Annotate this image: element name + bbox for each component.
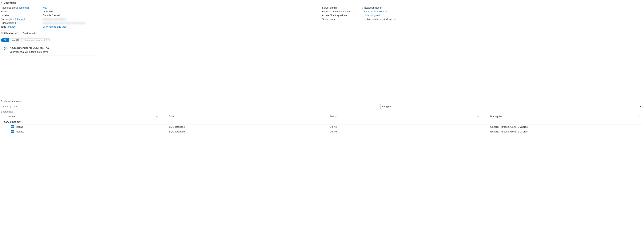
notification-card[interactable]: Azure Defender for SQL Free Trial Your f… xyxy=(1,44,96,56)
location-label: Location xyxy=(1,14,41,17)
chevron-down-icon xyxy=(639,105,642,108)
filter-by-name-input[interactable] xyxy=(1,104,367,109)
row-pricing-cell: General Purpose: Gen5, 2 vCores xyxy=(483,130,644,133)
subscription-change-link[interactable]: (change) xyxy=(15,18,25,20)
resources-grid-header: Name ↑↓ Type ↑↓ Status ↑↓ Pricing tier ↑… xyxy=(1,114,643,119)
sort-icon: ↑↓ xyxy=(316,115,318,118)
firewall-settings-link[interactable]: Show firewall settings xyxy=(364,10,388,13)
header-status[interactable]: Status ↑↓ xyxy=(322,115,483,118)
subscription-label: Subscription (change) xyxy=(1,18,41,20)
status-value: Available xyxy=(43,10,53,13)
filter-input-wrapper xyxy=(1,104,367,109)
row-name-cell: SQL testias2 xyxy=(1,130,162,133)
notification-filter-pills: All Info (1) Recommendations (0) xyxy=(1,38,50,42)
sort-icon: ↑↓ xyxy=(477,115,479,118)
table-row[interactable]: SQL testias2 SQL database Online General… xyxy=(1,129,643,134)
subscription-id-value: xxxxxxxx-xxxx-xxxx-xxxx-xxxxxxxxxxxx xyxy=(43,22,86,24)
tab-notifications[interactable]: Notifications (1) xyxy=(1,32,20,36)
essentials-title: Essentials xyxy=(4,1,16,4)
pill-all[interactable]: All xyxy=(1,38,9,42)
header-type[interactable]: Type ↑↓ xyxy=(162,115,322,118)
notification-body: Azure Defender for SQL Free Trial Your f… xyxy=(10,46,50,53)
essentials-right-column: Server admin : iastestreplication Firewa… xyxy=(322,6,643,28)
status-label: Status xyxy=(1,10,41,13)
location-value: Canada Central xyxy=(43,14,60,17)
resource-group-value[interactable]: test xyxy=(43,6,47,9)
essentials-left-column: Resource group (change) : test Status : … xyxy=(1,6,322,28)
server-admin-value: iastestreplication xyxy=(364,6,382,9)
tags-add-link[interactable]: Click here to add tags xyxy=(43,25,67,28)
clock-icon xyxy=(4,46,8,53)
sql-database-icon: SQL xyxy=(11,125,14,128)
ad-admin-value[interactable]: Not configured xyxy=(364,14,380,17)
tags-label: Tags (change) xyxy=(1,25,41,28)
row-status-cell: Online xyxy=(322,130,483,133)
row-name-cell: SQL testias xyxy=(1,125,162,128)
ad-admin-label: Active Directory admin xyxy=(322,14,362,17)
resources-title: Available resources xyxy=(1,100,643,102)
spacer xyxy=(0,56,644,98)
pill-info[interactable]: Info (1) xyxy=(9,38,22,42)
type-select-dropdown[interactable]: All types xyxy=(380,104,643,109)
tags-change-link[interactable]: (change) xyxy=(7,25,16,28)
chevron-up-icon xyxy=(1,2,3,4)
pill-recommendations[interactable]: Recommendations (0) xyxy=(22,38,50,42)
resources-section: Available resources All types 2 database… xyxy=(0,98,644,134)
resource-group-change-link[interactable]: (change) xyxy=(19,6,29,9)
database-link[interactable]: testias xyxy=(16,126,23,128)
resource-group-label: Resource group (change) xyxy=(1,6,41,9)
content-tabs: Notifications (1) Features (6) xyxy=(0,30,644,36)
subscription-value[interactable]: redacted subscription xyxy=(43,18,66,20)
server-name-label: Server name xyxy=(322,18,362,20)
sort-icon: ↑↓ xyxy=(156,115,158,118)
essentials-section: Essentials Resource group (change) : tes… xyxy=(0,0,644,30)
table-row[interactable]: SQL testias SQL database Online General … xyxy=(1,124,643,129)
row-type-cell: SQL database xyxy=(162,130,322,133)
type-select-value: All types xyxy=(382,105,391,108)
notification-text: Your free trial will expire in 30 days xyxy=(10,50,50,53)
header-pricing[interactable]: Pricing tier ↑↓ xyxy=(483,115,644,118)
server-name-value: testias.database.windows.net xyxy=(364,18,396,20)
firewall-label: Firewalls and virtual netw... xyxy=(322,10,362,13)
essentials-body: Resource group (change) : test Status : … xyxy=(0,5,644,30)
header-name[interactable]: Name ↑↓ xyxy=(1,115,162,118)
essentials-toggle[interactable]: Essentials xyxy=(0,0,644,5)
row-pricing-cell: General Purpose: Gen5, 2 vCores xyxy=(483,126,644,128)
sort-icon: ↑↓ xyxy=(638,115,640,118)
notification-title: Azure Defender for SQL Free Trial xyxy=(10,46,50,49)
row-type-cell: SQL database xyxy=(162,126,322,128)
group-header-sql-database: SQL database xyxy=(1,119,643,124)
server-admin-label: Server admin xyxy=(322,6,362,9)
sql-database-icon: SQL xyxy=(11,130,14,133)
subscription-id-label: Subscription ID xyxy=(1,22,41,24)
row-status-cell: Online xyxy=(322,126,483,128)
resources-filter-row: All types xyxy=(1,104,643,109)
resources-count: 2 databases xyxy=(1,110,643,113)
database-link[interactable]: testias2 xyxy=(16,130,24,133)
tab-features[interactable]: Features (6) xyxy=(23,32,36,36)
